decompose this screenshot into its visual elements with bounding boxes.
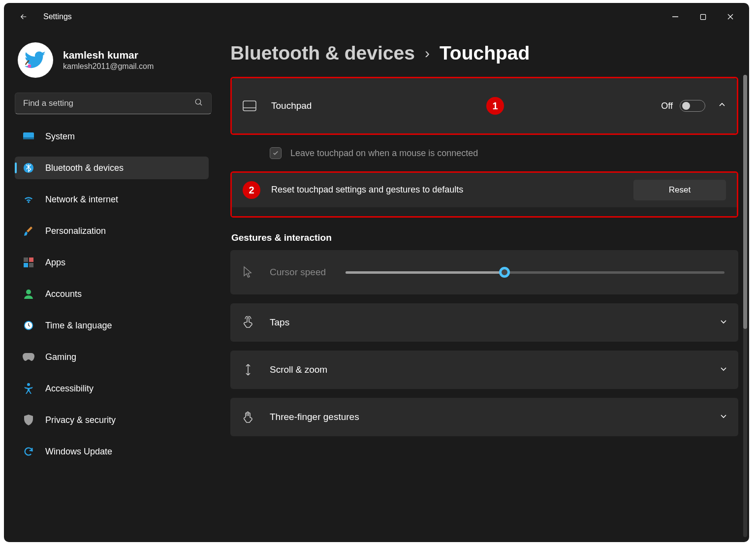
svg-rect-13 <box>29 263 33 267</box>
sidebar-item-label: Network & internet <box>45 194 118 205</box>
chevron-down-icon <box>720 318 727 327</box>
svg-rect-12 <box>24 263 28 267</box>
checkbox-leave-on[interactable] <box>270 147 282 159</box>
main-panel: Bluetooth & devices › Touchpad Touchpad … <box>216 31 749 542</box>
sidebar-item-time[interactable]: Time & language <box>15 314 209 337</box>
update-icon <box>23 446 34 457</box>
cursor-icon <box>241 266 255 279</box>
user-email: kamlesh2011@gmail.com <box>63 62 154 71</box>
user-name: kamlesh kumar <box>63 49 154 61</box>
leave-on-label: Leave touchpad on when a mouse is connec… <box>290 148 478 159</box>
apps-icon <box>23 257 34 268</box>
avatar <box>18 42 53 78</box>
sidebar-item-system[interactable]: System <box>15 125 209 148</box>
search-input[interactable] <box>23 98 194 108</box>
bluetooth-icon <box>23 162 34 174</box>
cursor-speed-row: Cursor speed <box>230 250 738 294</box>
svg-rect-10 <box>24 257 28 262</box>
cursor-speed-label: Cursor speed <box>270 267 326 278</box>
sidebar-item-label: Windows Update <box>45 447 112 457</box>
sidebar-item-label: Gaming <box>45 352 76 362</box>
annotation-box-1: Touchpad 1 Off <box>230 77 738 135</box>
window-controls <box>662 6 744 27</box>
titlebar: Settings <box>4 3 749 31</box>
annotation-box-2: 2 Reset touchpad settings and gestures t… <box>230 171 738 218</box>
sidebar-item-update[interactable]: Windows Update <box>15 440 209 463</box>
breadcrumb-parent[interactable]: Bluetooth & devices <box>230 42 415 64</box>
taps-row[interactable]: Taps <box>230 303 738 342</box>
back-button[interactable] <box>17 10 31 24</box>
svg-point-5 <box>195 99 201 104</box>
svg-rect-1 <box>700 14 705 19</box>
profile-block[interactable]: kamlesh kumar kamlesh2011@gmail.com <box>18 42 209 78</box>
chevron-right-icon: › <box>425 45 430 62</box>
search-input-wrap[interactable] <box>15 93 212 114</box>
chevron-down-icon <box>720 412 727 422</box>
sidebar-item-label: Apps <box>45 257 65 268</box>
sidebar-item-label: Time & language <box>45 321 112 331</box>
nav: System Bluetooth & devices Network & int… <box>15 125 209 463</box>
search-icon <box>194 98 203 109</box>
scroll-icon <box>241 363 255 376</box>
scrollbar-thumb[interactable] <box>743 75 747 329</box>
svg-point-14 <box>26 290 31 294</box>
settings-window: Settings kamlesh kumar kamlesh2011@gmail… <box>4 3 749 542</box>
profile-text: kamlesh kumar kamlesh2011@gmail.com <box>63 49 154 71</box>
app-title: Settings <box>43 12 72 21</box>
annotation-badge-2: 2 <box>243 181 260 199</box>
reset-label: Reset touchpad settings and gestures to … <box>271 184 463 196</box>
hand-icon <box>241 411 255 423</box>
chevron-down-icon <box>720 365 727 375</box>
three-finger-label: Three-finger gestures <box>270 412 359 422</box>
chevron-up-icon[interactable] <box>718 101 726 111</box>
sidebar-item-label: Accounts <box>45 289 82 299</box>
gamepad-icon <box>23 351 34 363</box>
sidebar-item-label: Privacy & security <box>45 415 116 425</box>
wifi-icon <box>23 193 34 205</box>
close-button[interactable] <box>717 6 744 27</box>
display-icon <box>23 130 34 142</box>
sidebar-item-network[interactable]: Network & internet <box>15 188 209 211</box>
sidebar-item-bluetooth[interactable]: Bluetooth & devices <box>15 157 209 179</box>
clock-icon <box>23 320 34 331</box>
cursor-speed-slider[interactable] <box>346 271 724 274</box>
gestures-section-title: Gestures & interaction <box>231 232 738 243</box>
sidebar-item-personalization[interactable]: Personalization <box>15 220 209 242</box>
toggle-state-label: Off <box>661 101 673 111</box>
brush-icon <box>23 225 34 237</box>
shield-icon <box>23 414 34 426</box>
sidebar-item-accounts[interactable]: Accounts <box>15 283 209 305</box>
reset-button[interactable]: Reset <box>633 180 726 200</box>
taps-label: Taps <box>270 317 289 328</box>
touchpad-label: Touchpad <box>271 100 312 111</box>
tap-icon <box>241 316 255 329</box>
sidebar-item-apps[interactable]: Apps <box>15 251 209 274</box>
svg-rect-18 <box>243 101 256 111</box>
person-icon <box>23 288 34 300</box>
svg-point-4 <box>28 64 31 68</box>
sidebar-item-privacy[interactable]: Privacy & security <box>15 409 209 431</box>
scrollbar[interactable] <box>743 75 747 537</box>
breadcrumb: Bluetooth & devices › Touchpad <box>230 42 738 64</box>
svg-point-17 <box>27 383 30 386</box>
scroll-zoom-label: Scroll & zoom <box>270 364 327 375</box>
touchpad-toggle[interactable] <box>680 100 705 112</box>
scroll-zoom-row[interactable]: Scroll & zoom <box>230 351 738 389</box>
svg-rect-8 <box>23 137 34 139</box>
sidebar-item-label: Personalization <box>45 226 106 236</box>
reset-row: 2 Reset touchpad settings and gestures t… <box>232 173 737 207</box>
touchpad-toggle-row[interactable]: Touchpad 1 Off <box>232 78 737 133</box>
three-finger-row[interactable]: Three-finger gestures <box>230 398 738 436</box>
annotation-badge-1: 1 <box>486 97 504 115</box>
sidebar-item-label: Bluetooth & devices <box>45 163 124 173</box>
maximize-button[interactable] <box>689 6 717 27</box>
sidebar-item-accessibility[interactable]: Accessibility <box>15 377 209 400</box>
sidebar-item-label: Accessibility <box>45 384 94 394</box>
leave-touchpad-on-row[interactable]: Leave touchpad on when a mouse is connec… <box>230 138 738 168</box>
minimize-button[interactable] <box>662 6 689 27</box>
sidebar-item-gaming[interactable]: Gaming <box>15 346 209 368</box>
svg-line-6 <box>200 103 202 105</box>
page-title: Touchpad <box>440 42 530 64</box>
accessibility-icon <box>23 383 34 394</box>
svg-rect-11 <box>29 257 33 262</box>
